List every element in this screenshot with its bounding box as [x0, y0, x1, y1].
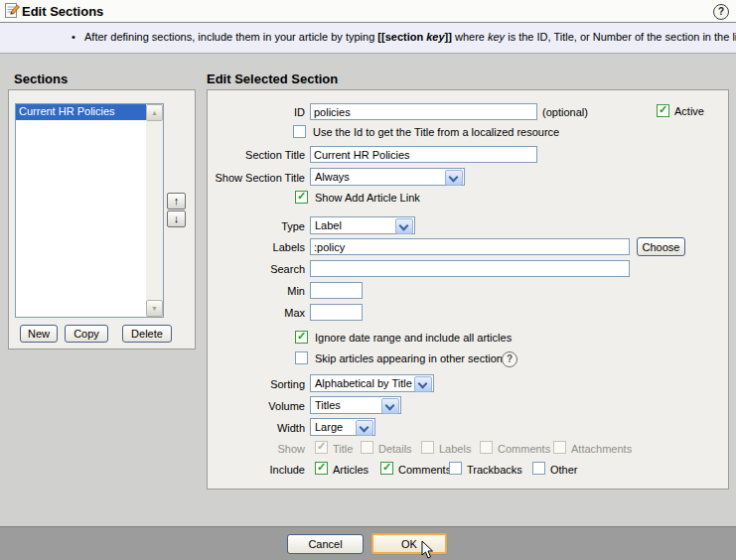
copy-button[interactable]: Copy — [65, 325, 108, 343]
notice-text: After defining sections, include them in… — [84, 31, 736, 43]
chevron-down-icon[interactable] — [395, 218, 413, 234]
show-comments-checkbox — [480, 441, 493, 454]
show-row-label: Show — [207, 443, 305, 455]
sorting-label: Sorting — [207, 378, 305, 390]
show-labels-checkbox — [421, 441, 434, 454]
min-label: Min — [207, 285, 305, 297]
bullet-icon: • — [72, 31, 75, 43]
include-comments-label: Comments — [398, 464, 451, 476]
show-section-title-label: Show Section Title — [207, 172, 305, 184]
sorting-select[interactable]: Alphabetical by Title — [310, 374, 434, 392]
localized-checkbox[interactable] — [293, 125, 306, 138]
list-item[interactable]: Current HR Policies — [16, 104, 146, 120]
show-section-title-select[interactable]: Always — [310, 168, 465, 186]
notice-bar: • After defining sections, include them … — [0, 23, 736, 54]
max-label: Max — [207, 307, 305, 319]
active-checkbox[interactable] — [657, 104, 669, 117]
edit-section-heading: Edit Selected Section — [207, 71, 338, 86]
id-label: ID — [207, 106, 305, 118]
type-select[interactable]: Label — [310, 216, 415, 234]
show-details-checkbox — [361, 441, 373, 454]
labels-label: Labels — [207, 241, 305, 253]
labels-input[interactable] — [310, 238, 630, 255]
scroll-up-icon[interactable]: ▲ — [146, 104, 163, 121]
id-input[interactable] — [310, 103, 537, 120]
include-articles-checkbox[interactable] — [315, 462, 328, 475]
show-attachments-label: Attachments — [571, 443, 632, 455]
optional-hint: (optional) — [542, 106, 588, 118]
show-attachments-checkbox — [553, 441, 566, 454]
chevron-down-icon[interactable] — [414, 376, 432, 392]
title-bar: Edit Sections ? — [0, 0, 736, 23]
show-details-label: Details — [378, 443, 412, 455]
show-title-label: Title — [333, 443, 353, 455]
ignore-date-range-checkbox[interactable] — [295, 331, 308, 344]
show-title-checkbox — [315, 441, 328, 454]
scroll-down-icon[interactable]: ▼ — [146, 300, 163, 317]
listbox-scrollbar[interactable]: ▲ ▼ — [146, 104, 163, 317]
search-label: Search — [207, 263, 305, 275]
include-other-label: Other — [550, 464, 578, 476]
section-title-input[interactable] — [310, 146, 537, 163]
move-down-button[interactable]: ↓ — [167, 210, 186, 227]
show-add-article-link-checkbox[interactable] — [295, 191, 308, 204]
footer-bar — [0, 526, 736, 560]
help-icon[interactable]: ? — [713, 4, 729, 20]
show-labels-label: Labels — [439, 443, 471, 455]
delete-button[interactable]: Delete — [122, 325, 172, 343]
move-up-button[interactable]: ↑ — [167, 193, 186, 210]
type-label: Type — [207, 220, 305, 232]
skip-articles-checkbox[interactable] — [295, 351, 308, 364]
max-input[interactable] — [310, 304, 363, 321]
active-label: Active — [674, 105, 704, 117]
ignore-date-range-label: Ignore date range and include all articl… — [315, 332, 512, 344]
localized-label: Use the Id to get the Title from a local… — [313, 126, 559, 138]
show-add-article-link-label: Show Add Article Link — [315, 192, 420, 204]
width-select[interactable]: Large — [310, 418, 375, 436]
ok-button[interactable]: OK — [370, 532, 448, 555]
section-title-label: Section Title — [207, 149, 305, 161]
edit-page-icon — [4, 2, 22, 20]
chevron-down-icon[interactable] — [445, 170, 463, 186]
width-label: Width — [207, 422, 305, 434]
edit-sections-dialog: Edit Sections ? • After defining section… — [0, 0, 736, 560]
cancel-button[interactable]: Cancel — [287, 534, 364, 554]
choose-button[interactable]: Choose — [637, 237, 685, 256]
skip-articles-label: Skip articles appearing in other section… — [315, 352, 508, 364]
search-input[interactable] — [310, 260, 630, 277]
include-comments-checkbox[interactable] — [380, 462, 393, 475]
min-input[interactable] — [310, 282, 363, 299]
sections-listbox[interactable]: Current HR Policies ▲ ▼ — [15, 103, 164, 318]
include-articles-label: Articles — [333, 464, 368, 476]
page-title: Edit Sections — [22, 4, 103, 19]
include-other-checkbox[interactable] — [532, 462, 545, 475]
volume-label: Volume — [207, 400, 305, 412]
show-comments-label: Comments — [498, 443, 550, 455]
sections-heading: Sections — [14, 71, 68, 86]
include-row-label: Include — [207, 464, 305, 476]
include-trackbacks-checkbox[interactable] — [449, 462, 462, 475]
help-icon[interactable]: ? — [502, 351, 517, 367]
new-button[interactable]: New — [20, 325, 58, 343]
chevron-down-icon[interactable] — [356, 420, 373, 436]
volume-select[interactable]: Titles — [310, 396, 401, 414]
chevron-down-icon[interactable] — [381, 398, 399, 414]
include-trackbacks-label: Trackbacks — [467, 464, 522, 476]
